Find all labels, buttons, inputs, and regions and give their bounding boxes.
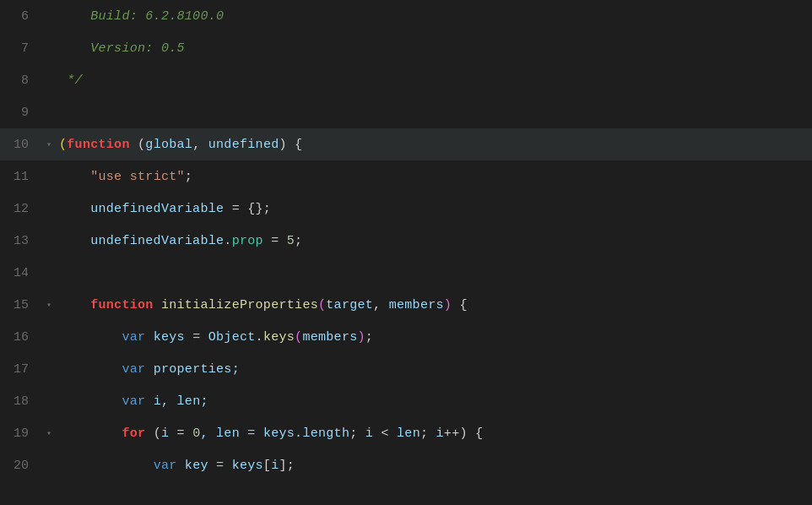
code-content: undefinedVariable.prop = 5; <box>56 234 302 248</box>
code-line: 13 undefinedVariable.prop = 5; <box>0 225 812 257</box>
code-line: 11 "use strict"; <box>0 160 812 193</box>
code-content: for (i = 0, len = keys.length; i < len; … <box>56 426 483 441</box>
fold-arrow[interactable]: ▾ <box>42 428 56 438</box>
code-line: 12 undefinedVariable = {}; <box>0 193 812 225</box>
line-number: 10 <box>0 138 42 152</box>
code-line: 6 Build: 6.2.8100.0 <box>0 0 812 32</box>
code-content: var keys = Object.keys(members); <box>56 330 373 345</box>
line-number: 11 <box>0 170 42 184</box>
line-number: 13 <box>0 234 42 248</box>
line-number: 18 <box>0 394 42 409</box>
line-number: 9 <box>0 106 42 120</box>
line-number: 19 <box>0 426 42 441</box>
code-line: 18 var i, len; <box>0 385 812 417</box>
code-content: */ <box>56 73 83 88</box>
fold-arrow[interactable]: ▾ <box>42 300 56 310</box>
code-line: 10▾(function (global, undefined) { <box>0 128 812 160</box>
code-line: 16 var keys = Object.keys(members); <box>0 321 812 353</box>
line-number: 16 <box>0 330 42 345</box>
line-number: 15 <box>0 298 42 312</box>
code-content: (function (global, undefined) { <box>56 138 302 152</box>
fold-arrow[interactable]: ▾ <box>42 139 56 149</box>
line-number: 17 <box>0 362 42 377</box>
code-content: Build: 6.2.8100.0 <box>56 9 224 24</box>
code-line: 20 var key = keys[i]; <box>0 449 812 481</box>
code-content: undefinedVariable = {}; <box>56 202 271 216</box>
code-content: Version: 0.5 <box>56 41 185 56</box>
code-line: 14 <box>0 257 812 289</box>
code-line: 15▾ function initializeProperties(target… <box>0 289 812 321</box>
code-line: 7 Version: 0.5 <box>0 32 812 64</box>
line-number: 14 <box>0 266 42 280</box>
line-number: 6 <box>0 9 42 24</box>
code-editor: 6 Build: 6.2.8100.07 Version: 0.58 */910… <box>0 0 812 505</box>
code-line: 17 var properties; <box>0 353 812 385</box>
line-number: 20 <box>0 459 42 473</box>
code-line: 8 */ <box>0 64 812 96</box>
line-number: 8 <box>0 73 42 88</box>
code-content: var properties; <box>56 362 240 377</box>
line-number: 12 <box>0 202 42 216</box>
line-number: 7 <box>0 41 42 56</box>
code-content: var i, len; <box>56 394 208 409</box>
code-line: 9 <box>0 96 812 128</box>
code-content: var key = keys[i]; <box>56 459 295 473</box>
code-line: 19▾ for (i = 0, len = keys.length; i < l… <box>0 417 812 449</box>
code-content: function initializeProperties(target, me… <box>56 298 468 312</box>
code-content: "use strict"; <box>56 170 192 184</box>
